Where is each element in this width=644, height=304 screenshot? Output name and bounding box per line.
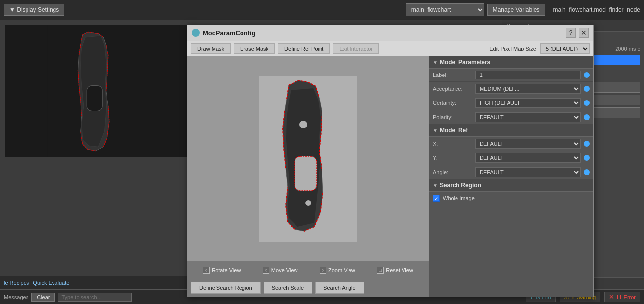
- clear-button[interactable]: Clear: [31, 293, 55, 302]
- exit-interactor-label: Exit Interactor: [333, 43, 379, 54]
- search-scale-label: Search Scale: [272, 285, 304, 291]
- rotate-icon: ○: [203, 267, 210, 274]
- whole-image-checkbox[interactable]: ✓: [433, 195, 440, 202]
- model-ref-arrow: ▼: [433, 128, 438, 133]
- pixel-map-label: Edit Pixel Map Size:: [489, 46, 537, 51]
- svg-rect-3: [295, 156, 317, 191]
- polarity-field-label: Polarity:: [433, 114, 472, 120]
- erase-mask-button[interactable]: Erase Mask: [234, 43, 275, 54]
- model-ref-header: ▼ Model Ref: [429, 125, 593, 137]
- acceptance-param-row: Acceptance: MEDIUM (DEF...: [429, 82, 593, 96]
- left-image-area: [5, 25, 191, 157]
- error-badge[interactable]: ✕ 11 Error: [604, 292, 640, 302]
- messages-label: Messages: [4, 294, 28, 300]
- modal-title-icon: [192, 29, 200, 37]
- clear-label: Clear: [37, 294, 50, 300]
- move-view-item: ○ Move View: [263, 267, 298, 274]
- define-search-region-button[interactable]: Define Search Region: [191, 282, 261, 294]
- model-params-title: Model Parameters: [440, 59, 490, 66]
- draw-mask-label: Draw Mask: [197, 46, 224, 51]
- svg-point-4: [299, 121, 307, 128]
- svg-point-5: [305, 200, 311, 206]
- label-field-label: Label:: [433, 72, 472, 78]
- display-settings-button[interactable]: ▼ Display Settings: [4, 4, 64, 16]
- angle-field-label: Angle:: [433, 169, 472, 175]
- left-panel: [0, 20, 191, 304]
- acceptance-dot: [584, 86, 590, 92]
- polarity-dot: [584, 114, 590, 120]
- modal-titlebar: ModParamConfig ? ✕: [187, 25, 593, 41]
- search-angle-label: Search Angle: [323, 285, 355, 291]
- y-dot: [584, 155, 590, 161]
- angle-select[interactable]: DEFAULT: [475, 167, 581, 177]
- certainty-select[interactable]: HIGH (DEFAULT: [475, 98, 581, 108]
- modal-right-panel: ▼ Model Parameters Label: Acceptance: ME…: [429, 56, 593, 297]
- search-region-arrow: ▼: [433, 183, 438, 188]
- modal-close-button[interactable]: ✕: [579, 28, 589, 38]
- modal-title-text: ModParamConfig: [203, 29, 563, 37]
- error-icon: ✕: [609, 293, 614, 301]
- move-icon: ○: [263, 267, 269, 274]
- whole-image-label: Whole Image: [443, 195, 475, 201]
- modal-toolbar: Draw Mask Erase Mask Define Ref Point Ex…: [187, 41, 593, 56]
- svg-rect-1: [87, 86, 102, 111]
- model-params-header: ▼ Model Parameters: [429, 56, 593, 69]
- reset-view-label: Reset View: [386, 267, 413, 273]
- zoom-view-label: Zoom View: [328, 267, 355, 273]
- search-region-header: ▼ Search Region: [429, 179, 593, 192]
- whole-image-row: ✓ Whole Image: [429, 192, 593, 204]
- define-ref-label: Define Ref Point: [284, 46, 323, 51]
- rotate-view-item: ○ Rotate View: [203, 267, 241, 274]
- mod-param-config-modal: ModParamConfig ? ✕ Draw Mask Erase Mask …: [187, 25, 594, 297]
- erase-mask-label: Erase Mask: [240, 46, 268, 51]
- part-visualization: [5, 25, 191, 157]
- polarity-select[interactable]: DEFAULT: [475, 112, 581, 122]
- reset-icon: □: [377, 267, 384, 274]
- search-scale-button[interactable]: Search Scale: [264, 282, 312, 294]
- define-search-label: Define Search Region: [199, 285, 252, 291]
- label-param-row: Label:: [429, 69, 593, 82]
- recipes-link[interactable]: le Recipes: [4, 280, 29, 286]
- flowchart-select[interactable]: main_flowchart: [406, 3, 484, 16]
- modal-help-button[interactable]: ?: [566, 28, 576, 38]
- quick-eval-bar: le Recipes Quick Evaluate: [0, 276, 191, 289]
- y-select[interactable]: DEFAULT: [475, 153, 581, 163]
- quick-eval-link[interactable]: Quick Evaluate: [33, 280, 69, 286]
- acceptance-select[interactable]: MEDIUM (DEF...: [475, 84, 581, 94]
- x-param-row: X: DEFAULT: [429, 137, 593, 151]
- y-field-label: Y:: [433, 155, 472, 161]
- pixel-map-select[interactable]: 5 (DEFAULT): [540, 43, 590, 54]
- label-input[interactable]: [475, 71, 581, 79]
- help-icon: ?: [569, 29, 573, 36]
- modal-bottom-buttons: Define Search Region Search Scale Search…: [187, 279, 429, 297]
- model-ref-title: Model Ref: [440, 127, 468, 134]
- search-angle-button[interactable]: Search Angle: [315, 282, 364, 294]
- define-ref-button[interactable]: Define Ref Point: [278, 43, 330, 54]
- angle-param-row: Angle: DEFAULT: [429, 165, 593, 179]
- certainty-param-row: Certainty: HIGH (DEFAULT: [429, 96, 593, 110]
- top-bar: ▼ Display Settings main_flowchart Manage…: [0, 0, 644, 20]
- x-field-label: X:: [433, 141, 472, 147]
- message-search-input[interactable]: [58, 293, 132, 302]
- move-view-label: Move View: [271, 267, 298, 273]
- rotate-view-label: Rotate View: [212, 267, 241, 273]
- reset-view-item: □ Reset View: [377, 267, 413, 274]
- certainty-field-label: Certainty:: [433, 100, 472, 106]
- x-select[interactable]: DEFAULT: [475, 139, 581, 149]
- manage-variables-button[interactable]: Manage Variables: [487, 4, 545, 16]
- model-params-arrow: ▼: [433, 60, 438, 65]
- draw-mask-button[interactable]: Draw Mask: [191, 43, 231, 54]
- error-count: 11 Error: [616, 294, 636, 300]
- acceptance-field-label: Acceptance:: [433, 86, 472, 92]
- display-settings-label: ▼ Display Settings: [9, 6, 59, 13]
- zoom-view-item: ○ Zoom View: [320, 267, 355, 274]
- image-viewer: ○ Rotate View ○ Move View ○ Zoom View □ …: [187, 56, 429, 297]
- label-dot: [584, 72, 590, 78]
- y-param-row: Y: DEFAULT: [429, 151, 593, 165]
- polarity-param-row: Polarity: DEFAULT: [429, 110, 593, 125]
- modal-content: ○ Rotate View ○ Move View ○ Zoom View □ …: [187, 56, 593, 297]
- part-canvas-svg: [259, 76, 357, 242]
- angle-dot: [584, 169, 590, 175]
- manage-vars-label: Manage Variables: [493, 6, 540, 13]
- certainty-dot: [584, 100, 590, 106]
